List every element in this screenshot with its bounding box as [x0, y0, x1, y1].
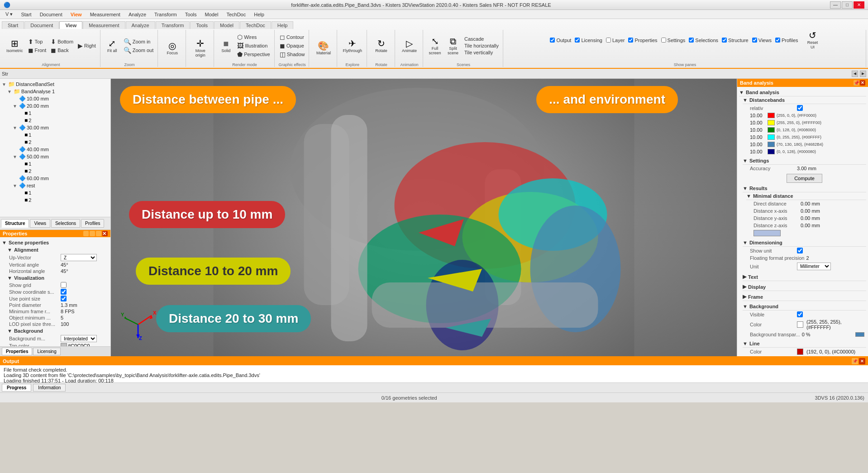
menu-view[interactable]: View [67, 11, 86, 18]
ribbon-tab-transform[interactable]: Transform [156, 21, 190, 29]
ribbon-tab-view[interactable]: View [59, 21, 82, 29]
tree-node[interactable]: ■2 [2, 167, 109, 175]
tree-node[interactable]: ■1 [2, 131, 109, 139]
panel-scroll-right[interactable]: ▶ [860, 71, 866, 77]
scene-props-header[interactable]: ▼Scene properties [2, 239, 109, 246]
ribbon-tab-help[interactable]: Help [272, 21, 294, 29]
check-output[interactable]: Output [549, 37, 572, 43]
output-tab-information[interactable]: Information [33, 384, 66, 392]
ribbon-tab-analyze[interactable]: Analyze [126, 21, 155, 29]
check-profiles[interactable]: Profiles [774, 37, 799, 43]
tab-structure[interactable]: Structure [1, 219, 29, 228]
distancebands-header[interactable]: ▼Distancebands [743, 96, 866, 104]
menu-document[interactable]: Document [36, 11, 66, 18]
menu-tools[interactable]: Tools [181, 11, 200, 18]
back-button[interactable]: ◼ Back [49, 46, 75, 54]
minimize-button[interactable]: — [830, 1, 841, 9]
compute-button[interactable]: Compute [787, 174, 822, 183]
check-licensing[interactable]: Licensing [574, 37, 603, 43]
menu-techdoc[interactable]: TechDoc [223, 11, 249, 18]
use-point-size-check[interactable] [61, 296, 67, 301]
fullscreen-button[interactable]: ⤡ Fullscreen [427, 36, 443, 56]
frame-section-header[interactable]: ▶Frame [743, 293, 866, 301]
check-selections[interactable]: Selections [688, 37, 719, 43]
tab-selections[interactable]: Selections [51, 219, 80, 228]
check-structure[interactable]: Structure [721, 37, 749, 43]
reset-ui-button[interactable]: ↺ ResetUI [805, 30, 821, 50]
illustration-button[interactable]: 🖼 Illustration [236, 42, 271, 50]
output-tab-progress[interactable]: Progress [2, 384, 31, 392]
cascade-button[interactable]: Cascade [463, 36, 500, 42]
bg-header[interactable]: ▼Background [2, 327, 109, 334]
bg-section-header[interactable]: ▼Background [743, 303, 866, 311]
tree-node[interactable]: 🔷40.00 mm [2, 146, 109, 153]
check-views[interactable]: Views [751, 37, 773, 43]
props-close-btn[interactable]: ✕ [102, 231, 108, 236]
front-button[interactable]: ◼ Front [27, 46, 48, 54]
right-button[interactable]: ▶ Right [76, 42, 97, 50]
settings-header[interactable]: ▼Settings [743, 157, 866, 165]
alignment-header[interactable]: ▼Alignment [2, 246, 109, 253]
solid-button[interactable]: ■ Solid [218, 38, 234, 54]
ribbon-tab-start[interactable]: Start [2, 21, 24, 29]
bg-transparency-slider[interactable] [855, 332, 864, 337]
props-btn-3[interactable] [96, 231, 101, 236]
top-button[interactable]: ⬆ Top [27, 38, 48, 46]
relativ-check[interactable] [797, 105, 803, 111]
props-btn-1[interactable] [83, 231, 89, 236]
close-button[interactable]: ✕ [854, 1, 864, 9]
tree-node[interactable]: ▼🔷rest [2, 182, 109, 189]
rp-close-btn[interactable]: ✕ [860, 80, 865, 86]
menu-start[interactable]: Start [17, 11, 35, 18]
maximize-button[interactable]: □ [842, 1, 853, 9]
animate-button[interactable]: ▷ Animate [400, 38, 419, 54]
output-pin-btn[interactable]: 📌 [852, 358, 858, 364]
tree-node[interactable]: 🔷10.00 mm [2, 95, 109, 102]
isometric-button[interactable]: ⊞ Isometric [5, 38, 25, 54]
show-grid-check[interactable] [61, 282, 67, 288]
line-section-header[interactable]: ▼Line [743, 340, 866, 348]
panel-scroll-up[interactable]: ◀ [852, 71, 858, 77]
opaque-button[interactable]: ◼ Opaque [278, 42, 306, 50]
tree-node[interactable]: ■2 [2, 196, 109, 204]
move-origin-button[interactable]: ✛ Moveorigin [192, 38, 209, 58]
zoom-in-button[interactable]: 🔍 Zoom in [122, 38, 155, 46]
menu-help[interactable]: Help [250, 11, 268, 18]
visualization-header[interactable]: ▼Visualization [2, 274, 109, 282]
bg-visible-check[interactable] [797, 311, 803, 317]
tree-node[interactable]: ■2 [2, 117, 109, 124]
bg-mode-dropdown[interactable]: InterpolatedSolid [61, 335, 97, 342]
check-settings[interactable]: Settings [660, 37, 687, 43]
perspective-button[interactable]: ⬟ Perspective [236, 50, 271, 58]
minimal-distance-header[interactable]: ▼Minimal distance [746, 192, 866, 200]
props-btn-2[interactable] [90, 231, 95, 236]
menu-model[interactable]: Model [201, 11, 222, 18]
shadow-button[interactable]: ◫ Shadow [278, 50, 306, 58]
unit-dropdown[interactable]: Millimeter Centimeter Meter Inch [797, 263, 831, 270]
up-vector-dropdown[interactable]: ZYX [61, 254, 97, 261]
text-section-header[interactable]: ▶Text [743, 273, 866, 281]
tree-node[interactable]: ▼📁DistanceBandSet [2, 81, 109, 88]
dimensioning-header[interactable]: ▼Dimensioning [743, 239, 866, 247]
tree-node[interactable]: ▼📁BandAnalyse 1 [2, 88, 109, 95]
output-close-btn[interactable]: ✕ [859, 358, 865, 364]
menu-analyze[interactable]: Analyze [125, 11, 150, 18]
menu-v[interactable]: V ▾ [2, 10, 16, 18]
tree-node[interactable]: 🔷60.00 mm [2, 175, 109, 182]
fit-all-button[interactable]: ⤢ Fit all [104, 38, 120, 54]
contour-button[interactable]: ◻ Contour [278, 33, 306, 41]
wires-button[interactable]: ⬡ Wires [236, 33, 271, 41]
ribbon-tab-model[interactable]: Model [214, 21, 239, 29]
ribbon-tab-measurement[interactable]: Measurement [83, 21, 125, 29]
viewport[interactable]: Distance between pipe ... ... and enviro… [111, 79, 737, 356]
display-section-header[interactable]: ▶Display [743, 283, 866, 291]
flythrough-button[interactable]: ✈ Flythrough [341, 38, 364, 54]
rotate-button[interactable]: ↻ Rotate [373, 38, 390, 54]
tree-node[interactable]: ■2 [2, 139, 109, 146]
tree-node[interactable]: ▼🔷50.00 mm [2, 153, 109, 160]
bottom-button[interactable]: ⬇ Bottom [49, 38, 75, 46]
tile-h-button[interactable]: Tile horizontally [463, 43, 500, 49]
tile-v-button[interactable]: Tile vertically [463, 49, 500, 56]
rp-pin-btn[interactable]: 📌 [854, 80, 859, 86]
material-button[interactable]: 🎨 Material [315, 40, 333, 56]
